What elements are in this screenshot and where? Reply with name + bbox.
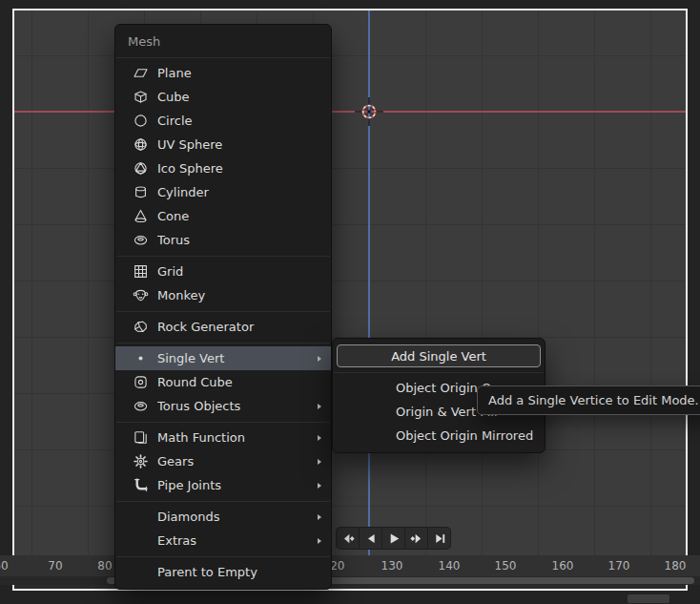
- play-icon: [387, 532, 401, 545]
- menu-item-parent-to-empty[interactable]: Parent to Empty: [115, 560, 331, 584]
- icon-placeholder: [371, 427, 387, 444]
- icon-placeholder: [133, 509, 149, 525]
- grid-line-vertical: [650, 10, 651, 555]
- frame-number-label: 80: [97, 555, 112, 576]
- tooltip-text: Add a Single Vertice to Edit Mode.: [488, 393, 699, 407]
- jump-to-next-keyframe-button[interactable]: [405, 528, 427, 549]
- cylinder-icon: [133, 184, 149, 200]
- timeline-ruler[interactable]: 60708090100110120130140150160170180: [0, 555, 700, 576]
- menu-item-label: Rock Generator: [157, 320, 321, 334]
- frame-number-label: 170: [608, 555, 630, 576]
- grid-line-vertical: [594, 10, 595, 555]
- menu-item-torus[interactable]: Torus: [115, 228, 331, 252]
- 3d-cursor-icon: [352, 94, 386, 129]
- menu-item-gears[interactable]: Gears: [115, 449, 331, 473]
- frame-number-label: 140: [439, 555, 461, 576]
- round-cube-icon: [133, 374, 149, 390]
- menu-item-circle[interactable]: Circle: [115, 109, 331, 133]
- menu-item-ico-sphere[interactable]: Ico Sphere: [115, 156, 331, 180]
- menu-item-extras[interactable]: Extras: [115, 529, 331, 552]
- icon-placeholder: [133, 532, 149, 549]
- cube-icon: [133, 89, 149, 105]
- menu-separator: [115, 418, 331, 426]
- menu-separator: [115, 307, 331, 315]
- menu-item-round-cube[interactable]: Round Cube: [115, 370, 331, 394]
- rock-icon: [133, 319, 149, 335]
- submenu-arrow-icon: [318, 404, 321, 409]
- menu-separator: [115, 552, 331, 560]
- submenu-arrow-icon: [318, 356, 321, 362]
- menu-item-label: Math Function: [157, 430, 312, 445]
- submenu-arrow-icon: [318, 459, 321, 465]
- menu-item-diamonds[interactable]: Diamonds: [115, 505, 331, 529]
- circle-icon: [133, 113, 149, 129]
- frame-number-label: 150: [495, 555, 517, 576]
- icon-placeholder: [133, 564, 149, 580]
- play-reverse-icon: [364, 532, 378, 545]
- menu-item-label: Cylinder: [157, 185, 321, 199]
- frame-number-label: 180: [665, 555, 687, 576]
- menu-item-label: Object Origin Mirrored: [396, 428, 535, 443]
- grid-line-vertical: [31, 10, 32, 555]
- jump-to-prev-keyframe-button[interactable]: [337, 528, 359, 549]
- icon-placeholder: [371, 380, 387, 396]
- menu-item-rock-generator[interactable]: Rock Generator: [115, 315, 331, 339]
- plane-icon: [133, 65, 149, 81]
- grid-line-vertical: [425, 10, 426, 555]
- math-function-icon: [133, 429, 149, 446]
- menu-separator: [333, 368, 545, 376]
- uv-sphere-icon: [133, 136, 149, 153]
- submenu-item-add-single-vert[interactable]: Add Single Vert: [337, 344, 541, 367]
- menu-item-cube[interactable]: Cube: [115, 85, 331, 109]
- menu-item-label: Pipe Joints: [157, 478, 312, 492]
- add-mesh-menu: Mesh PlaneCubeCircleUV SphereIco SphereC…: [114, 24, 332, 590]
- menu-item-label: Diamonds: [157, 510, 312, 524]
- menu-item-label: Torus: [157, 233, 321, 247]
- frame-number-label: 60: [0, 555, 9, 576]
- menu-item-torus-objects[interactable]: Torus Objects: [115, 394, 331, 418]
- menu-item-label: Plane: [157, 66, 321, 80]
- menu-item-uv-sphere[interactable]: UV Sphere: [115, 133, 331, 156]
- play-reverse-button[interactable]: [360, 528, 381, 549]
- menu-item-label: Cone: [157, 209, 321, 223]
- grid-icon: [133, 263, 149, 280]
- submenu-arrow-icon: [318, 483, 321, 489]
- menu-item-monkey[interactable]: Monkey: [115, 283, 331, 307]
- jump-to-end-icon: [433, 532, 446, 545]
- menu-item-label: Extras: [157, 533, 312, 548]
- menu-item-label: Cube: [157, 90, 321, 104]
- play-button[interactable]: [382, 528, 404, 549]
- grid-line-vertical: [538, 10, 539, 555]
- menu-item-label: Torus Objects: [157, 399, 312, 413]
- grid-line-vertical: [88, 10, 89, 555]
- menu-item-label: Single Vert: [157, 351, 312, 365]
- torus-icon: [133, 398, 149, 414]
- menu-item-plane[interactable]: Plane: [115, 61, 331, 85]
- menu-item-cone[interactable]: Cone: [115, 204, 331, 228]
- menu-item-label: Parent to Empty: [157, 565, 321, 579]
- jump-to-end-button[interactable]: [428, 528, 450, 549]
- menu-item-cylinder[interactable]: Cylinder: [115, 180, 331, 204]
- ico-sphere-icon: [133, 160, 149, 177]
- menu-item-label: Round Cube: [157, 375, 321, 389]
- menu-item-label: Grid: [157, 264, 321, 279]
- menu-item-label: Gears: [157, 454, 312, 469]
- menu-item-grid[interactable]: Grid: [115, 260, 331, 283]
- submenu-arrow-icon: [318, 514, 321, 520]
- menu-item-label: Ico Sphere: [157, 161, 321, 176]
- submenu-arrow-icon: [318, 538, 321, 544]
- pipe-joint-icon: [133, 477, 149, 493]
- monkey-icon: [133, 287, 149, 303]
- menu-item-label: Monkey: [157, 288, 321, 302]
- submenu-item-object-origin-mirrored[interactable]: Object Origin Mirrored: [333, 424, 545, 448]
- menu-separator: [115, 252, 331, 260]
- menu-item-label: UV Sphere: [157, 137, 321, 152]
- next-keyframe-icon: [410, 532, 423, 545]
- menu-item-pipe-joints[interactable]: Pipe Joints: [115, 473, 331, 497]
- menu-item-single-vert[interactable]: Single Vert: [115, 346, 331, 370]
- blender-window: 60708090100110120130140150160170180 Mesh…: [0, 0, 700, 604]
- status-bar-fragment: [628, 594, 669, 603]
- timeline-scrollbar[interactable]: [0, 576, 700, 585]
- menu-separator: [115, 53, 331, 61]
- menu-item-math-function[interactable]: Math Function: [115, 426, 331, 449]
